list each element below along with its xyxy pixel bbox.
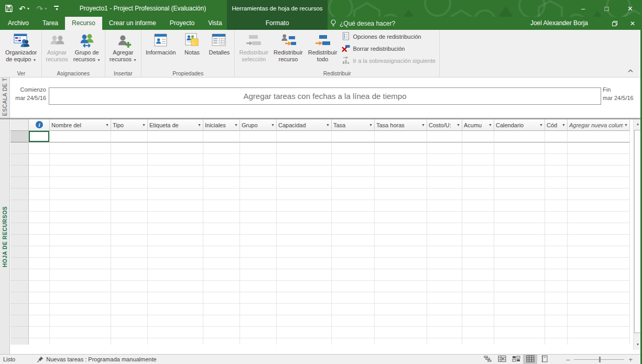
filter-dropdown-icon[interactable]: ▼: [234, 123, 238, 127]
grid-cell[interactable]: [277, 269, 332, 281]
grid-cell[interactable]: [111, 327, 148, 338]
grid-cell[interactable]: [462, 177, 494, 189]
zoom-slider-thumb[interactable]: [599, 357, 601, 362]
grid-cell[interactable]: [568, 315, 630, 327]
grid-cell[interactable]: [332, 292, 375, 304]
filter-dropdown-icon[interactable]: ▼: [421, 123, 425, 127]
grid-cell[interactable]: [50, 281, 111, 292]
grid-cell[interactable]: [277, 177, 332, 189]
grid-cell[interactable]: [148, 235, 203, 246]
grid-cell[interactable]: [29, 235, 50, 246]
grid-cell[interactable]: [427, 258, 462, 269]
undo-button[interactable]: ↶▼: [19, 5, 30, 13]
filter-dropdown-icon[interactable]: ▼: [105, 123, 109, 127]
grid-cell[interactable]: [240, 189, 277, 200]
grid-cell[interactable]: [568, 327, 630, 338]
grid-cell[interactable]: [332, 200, 375, 212]
grid-cell[interactable]: [111, 269, 148, 281]
grid-cell[interactable]: [332, 154, 375, 166]
grid-cell[interactable]: [277, 281, 332, 292]
grid-cell[interactable]: [111, 200, 148, 212]
grid-cell[interactable]: [148, 292, 203, 304]
grid-cell[interactable]: [203, 327, 240, 338]
grid-cell[interactable]: [29, 142, 50, 154]
grid-cell[interactable]: [494, 246, 545, 258]
timeline-add-tasks-box[interactable]: Agregar tareas con fechas a la línea de …: [49, 87, 601, 105]
grid-cell[interactable]: [111, 189, 148, 200]
row-header[interactable]: [10, 200, 29, 212]
grid-cell[interactable]: [29, 212, 50, 223]
team-planner-button[interactable]: Organizadorde equipo▼: [3, 30, 40, 67]
grid-cell[interactable]: [427, 142, 462, 154]
grid-cell[interactable]: [375, 235, 427, 246]
grid-cell[interactable]: [332, 142, 375, 154]
grid-cell[interactable]: [332, 131, 375, 142]
grid-cell[interactable]: [29, 281, 50, 292]
grid-cell[interactable]: [277, 154, 332, 166]
grid-cell[interactable]: [462, 258, 494, 269]
grid-cell[interactable]: [148, 200, 203, 212]
grid-cell[interactable]: [462, 131, 494, 142]
grid-cell[interactable]: [375, 269, 427, 281]
information-button[interactable]: Información: [143, 30, 178, 67]
grid-cell[interactable]: [111, 338, 148, 345]
grid-cell[interactable]: [462, 304, 494, 315]
grid-cell[interactable]: [568, 200, 630, 212]
grid-cell[interactable]: [111, 258, 148, 269]
customize-qat-icon[interactable]: ▼: [54, 6, 59, 11]
grid-cell[interactable]: [568, 258, 630, 269]
grid-cell[interactable]: [375, 327, 427, 338]
grid-cell[interactable]: [240, 212, 277, 223]
grid-cell[interactable]: [203, 142, 240, 154]
grid-cell[interactable]: [111, 131, 148, 142]
selected-cell[interactable]: [29, 131, 50, 142]
grid-cell[interactable]: [375, 177, 427, 189]
grid-cell[interactable]: [375, 223, 427, 235]
grid-cell[interactable]: [203, 200, 240, 212]
grid-cell[interactable]: [111, 212, 148, 223]
grid-cell[interactable]: [462, 235, 494, 246]
grid-cell[interactable]: [568, 246, 630, 258]
row-header[interactable]: [10, 304, 29, 315]
grid-cell[interactable]: [111, 315, 148, 327]
row-header[interactable]: [10, 142, 29, 154]
grid-cell[interactable]: [462, 166, 494, 177]
grid-cell[interactable]: [203, 269, 240, 281]
grid-cell[interactable]: [240, 235, 277, 246]
grid-cell[interactable]: [568, 223, 630, 235]
grid-cell[interactable]: [29, 327, 50, 338]
column-header-nombre-del[interactable]: Nombre del▼: [50, 119, 111, 131]
row-header[interactable]: [10, 131, 29, 142]
row-header[interactable]: [10, 154, 29, 166]
grid-cell[interactable]: [148, 281, 203, 292]
level-resource-button[interactable]: Redistribuirrecurso: [271, 30, 306, 67]
grid-cell[interactable]: [332, 258, 375, 269]
grid-cell[interactable]: [111, 246, 148, 258]
level-all-button[interactable]: Redistribuirtodo: [306, 30, 340, 67]
filter-dropdown-icon[interactable]: ▼: [488, 123, 492, 127]
grid-cell[interactable]: [50, 315, 111, 327]
grid-cell[interactable]: [29, 154, 50, 166]
grid-cell[interactable]: [332, 246, 375, 258]
grid-cell[interactable]: [29, 246, 50, 258]
grid-cell[interactable]: [568, 177, 630, 189]
grid-cell[interactable]: [240, 338, 277, 345]
grid-cell[interactable]: [29, 258, 50, 269]
column-header-agregar-nueva-columna[interactable]: Agregar nueva columna▼: [568, 119, 630, 131]
grid-cell[interactable]: [240, 269, 277, 281]
grid-cell[interactable]: [494, 292, 545, 304]
row-header[interactable]: [10, 223, 29, 235]
grid-cell[interactable]: [494, 269, 545, 281]
filter-dropdown-icon[interactable]: ▼: [456, 123, 460, 127]
grid-cell[interactable]: [494, 154, 545, 166]
grid-cell[interactable]: [148, 246, 203, 258]
zoom-out-icon[interactable]: –: [566, 356, 570, 363]
grid-cell[interactable]: [427, 246, 462, 258]
grid-cell[interactable]: [494, 304, 545, 315]
grid-cell[interactable]: [148, 142, 203, 154]
grid-cell[interactable]: [545, 142, 568, 154]
grid-cell[interactable]: [462, 223, 494, 235]
row-header[interactable]: [10, 292, 29, 304]
grid-cell[interactable]: [568, 281, 630, 292]
grid-cell[interactable]: [427, 154, 462, 166]
